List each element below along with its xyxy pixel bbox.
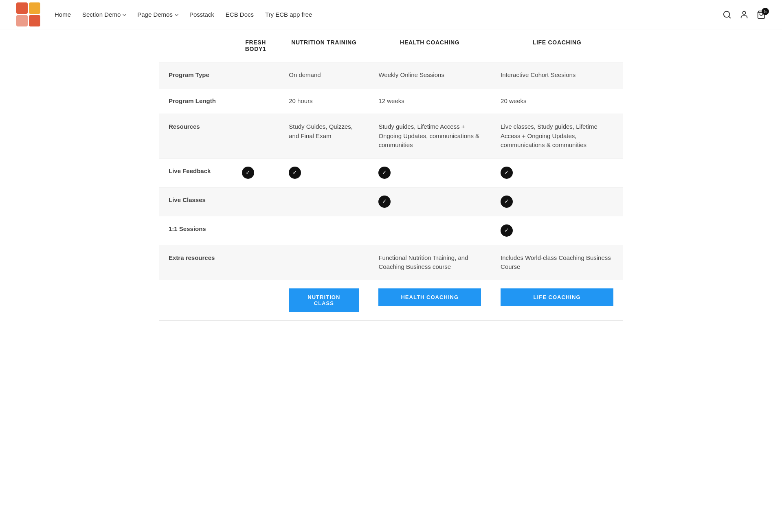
val-nutrition-live-classes <box>279 187 369 216</box>
val-nutrition-extra <box>279 245 369 280</box>
val-health-resources: Study guides, Lifetime Access + Ongoing … <box>369 114 491 158</box>
check-health-feedback: ✓ <box>378 167 391 179</box>
col-header-life: LIFE COACHING <box>491 29 623 62</box>
btn-cell-fresh <box>232 280 279 320</box>
nav-home[interactable]: Home <box>55 11 71 18</box>
nav-links: Home Section Demo Page Demos Posstack EC… <box>55 11 312 18</box>
nav-ecb-docs[interactable]: ECB Docs <box>226 11 254 18</box>
account-icon[interactable] <box>740 10 749 19</box>
row-program-type: Program Type On demand Weekly Online Ses… <box>159 62 623 88</box>
val-life-one-on-one: ✓ <box>491 216 623 245</box>
nav-left: Home Section Demo Page Demos Posstack EC… <box>16 2 312 26</box>
row-live-feedback: Live Feedback ✓ ✓ ✓ ✓ <box>159 158 623 187</box>
navigation: Home Section Demo Page Demos Posstack EC… <box>0 0 782 29</box>
feature-program-length: Program Length <box>159 88 232 114</box>
row-one-on-one: 1:1 Sessions ✓ <box>159 216 623 245</box>
val-life-program-length: 20 weeks <box>491 88 623 114</box>
page-demos-chevron-icon <box>175 12 179 16</box>
check-nutrition-feedback: ✓ <box>289 167 301 179</box>
val-life-program-type: Interactive Cohort Seesions <box>491 62 623 88</box>
val-nutrition-live-feedback: ✓ <box>279 158 369 187</box>
nav-posstack[interactable]: Posstack <box>189 11 214 18</box>
comparison-table-container: FRESH BODY1 NUTRITION TRAINING HEALTH CO… <box>151 29 631 345</box>
feature-live-feedback: Live Feedback <box>159 158 232 187</box>
btn-cell-health: HEALTH COACHING <box>369 280 491 320</box>
row-program-length: Program Length 20 hours 12 weeks 20 week… <box>159 88 623 114</box>
logo-square-3 <box>16 15 28 26</box>
nav-try-ecb[interactable]: Try ECB app free <box>265 11 312 18</box>
check-life-feedback: ✓ <box>501 167 513 179</box>
val-fresh-live-classes <box>232 187 279 216</box>
row-extra-resources: Extra resources Functional Nutrition Tra… <box>159 245 623 280</box>
val-fresh-program-type <box>232 62 279 88</box>
val-fresh-live-feedback: ✓ <box>232 158 279 187</box>
nav-page-demos[interactable]: Page Demos <box>137 11 178 18</box>
feature-program-type: Program Type <box>159 62 232 88</box>
feature-one-on-one: 1:1 Sessions <box>159 216 232 245</box>
val-fresh-one-on-one <box>232 216 279 245</box>
nav-right: 5 <box>723 10 766 19</box>
logo[interactable] <box>16 2 40 26</box>
feature-extra-resources: Extra resources <box>159 245 232 280</box>
health-coaching-button[interactable]: HEALTH COACHING <box>378 288 481 306</box>
btn-cell-life: LIFE COACHING <box>491 280 623 320</box>
val-health-program-length: 12 weeks <box>369 88 491 114</box>
check-life-classes: ✓ <box>501 196 513 208</box>
btn-cell-empty <box>159 280 232 320</box>
val-life-live-feedback: ✓ <box>491 158 623 187</box>
check-health-classes: ✓ <box>378 196 391 208</box>
feature-live-classes: Live Classes <box>159 187 232 216</box>
val-nutrition-one-on-one <box>279 216 369 245</box>
row-live-classes: Live Classes ✓ ✓ <box>159 187 623 216</box>
val-life-resources: Live classes, Study guides, Lifetime Acc… <box>491 114 623 158</box>
comparison-table: FRESH BODY1 NUTRITION TRAINING HEALTH CO… <box>159 29 623 321</box>
val-nutrition-program-length: 20 hours <box>279 88 369 114</box>
col-header-nutrition: NUTRITION TRAINING <box>279 29 369 62</box>
table-header-row: FRESH BODY1 NUTRITION TRAINING HEALTH CO… <box>159 29 623 62</box>
check-fresh-feedback: ✓ <box>242 167 254 179</box>
life-coaching-button[interactable]: LIFE COACHING <box>501 288 613 306</box>
btn-cell-nutrition: NUTRITION CLASS <box>279 280 369 320</box>
val-fresh-extra <box>232 245 279 280</box>
section-demo-chevron-icon <box>123 12 127 16</box>
col-header-feature <box>159 29 232 62</box>
val-fresh-resources <box>232 114 279 158</box>
val-health-live-feedback: ✓ <box>369 158 491 187</box>
col-header-health: HEALTH COACHING <box>369 29 491 62</box>
val-health-extra: Functional Nutrition Training, and Coach… <box>369 245 491 280</box>
val-life-extra: Includes World-class Coaching Business C… <box>491 245 623 280</box>
val-health-live-classes: ✓ <box>369 187 491 216</box>
check-life-one-on-one: ✓ <box>501 224 513 237</box>
logo-square-2 <box>29 2 40 14</box>
nutrition-class-button[interactable]: NUTRITION CLASS <box>289 288 359 312</box>
val-health-one-on-one <box>369 216 491 245</box>
logo-square-1 <box>16 2 28 14</box>
feature-resources: Resources <box>159 114 232 158</box>
row-buttons: NUTRITION CLASS HEALTH COACHING LIFE COA… <box>159 280 623 320</box>
svg-line-1 <box>729 16 730 18</box>
cart-count: 5 <box>762 8 769 15</box>
val-health-program-type: Weekly Online Sessions <box>369 62 491 88</box>
val-nutrition-resources: Study Guides, Quizzes, and Final Exam <box>279 114 369 158</box>
nav-section-demo[interactable]: Section Demo <box>82 11 126 18</box>
val-nutrition-program-type: On demand <box>279 62 369 88</box>
search-icon[interactable] <box>723 10 731 19</box>
logo-square-4 <box>29 15 40 26</box>
cart-icon[interactable]: 5 <box>757 10 766 19</box>
col-header-fresh-body: FRESH BODY1 <box>232 29 279 62</box>
svg-point-2 <box>742 11 745 14</box>
row-resources: Resources Study Guides, Quizzes, and Fin… <box>159 114 623 158</box>
val-fresh-program-length <box>232 88 279 114</box>
val-life-live-classes: ✓ <box>491 187 623 216</box>
